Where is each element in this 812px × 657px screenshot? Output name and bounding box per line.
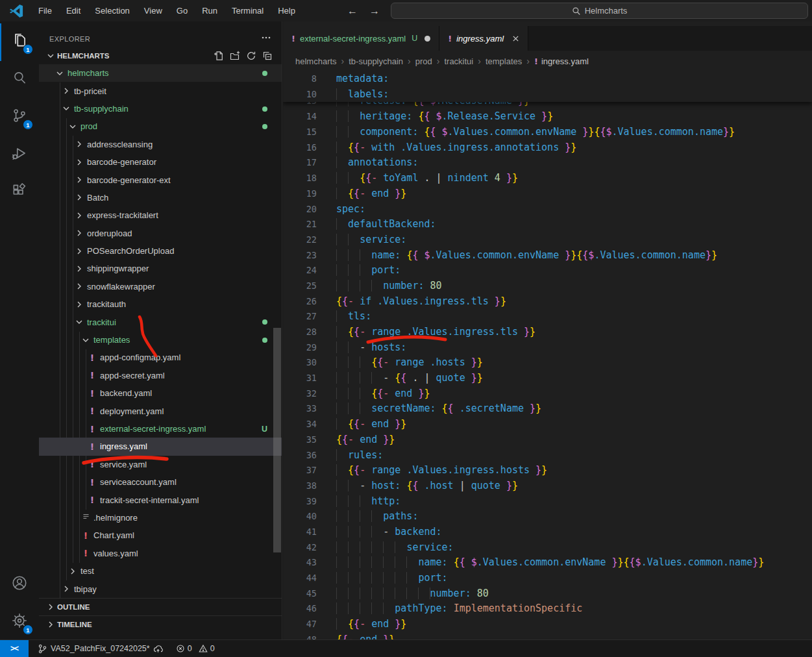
tree-item-addresscleansing[interactable]: addresscleansing: [39, 136, 282, 153]
code-line-21[interactable]: 21 defaultBackend:: [283, 217, 812, 232]
tree-item-Chart.yaml[interactable]: !Chart.yaml: [39, 527, 282, 544]
menu-help[interactable]: Help: [271, 0, 302, 21]
code-line-33[interactable]: 33 secretName: {{ .secretName }}: [283, 401, 812, 417]
tree-item-snowflakewrapper[interactable]: snowflakewrapper: [39, 278, 282, 295]
code-line-31[interactable]: 31 - {{ . | quote }}: [283, 371, 812, 386]
code-line-45[interactable]: 45 number: 80: [283, 586, 812, 602]
code-editor[interactable]: 8metadata:10 labels: 13 release: {{ $.Re…: [283, 71, 812, 639]
problems-status[interactable]: 0 0: [176, 644, 219, 653]
tree-item-helmcharts[interactable]: helmcharts: [39, 64, 282, 82]
tree-item-service.yaml[interactable]: !service.yaml: [39, 456, 282, 473]
code-line-34[interactable]: 34 {{- end }}: [283, 417, 812, 432]
code-line-40[interactable]: 40 paths:: [283, 509, 812, 525]
tab-ingress.yaml[interactable]: !ingress.yaml: [439, 26, 528, 51]
views-more-actions-icon[interactable]: [261, 32, 271, 45]
code-line-20[interactable]: 20spec:: [283, 202, 812, 217]
menu-view[interactable]: View: [137, 0, 169, 21]
menu-edit[interactable]: Edit: [59, 0, 88, 21]
code-line-24[interactable]: 24 port:: [283, 263, 812, 279]
tree-item-Batch[interactable]: Batch: [39, 189, 282, 206]
tree-item-appd-secret.yaml[interactable]: !appd-secret.yaml: [39, 367, 282, 384]
code-line-18[interactable]: 18 {{- toYaml . | nindent 4 }}: [283, 171, 812, 186]
code-line-13[interactable]: 13 release: {{ $.Release.Name }}: [283, 102, 812, 109]
code-line-47[interactable]: 47 {{- end }}: [283, 617, 812, 632]
activity-extensions[interactable]: [0, 172, 39, 210]
menu-selection[interactable]: Selection: [88, 0, 136, 21]
breadcrumb-item-prod[interactable]: prod: [415, 56, 432, 66]
code-line-25[interactable]: 25 number: 80: [283, 279, 812, 294]
code-line-23[interactable]: 23 name: {{ $.Values.common.envName }}{{…: [283, 248, 812, 264]
back-arrow-icon[interactable]: ←: [344, 0, 361, 21]
breadcrumb[interactable]: helmcharts›tb-supplychain›prod›trackitui…: [283, 51, 812, 71]
code-line-8[interactable]: 8metadata:: [283, 71, 812, 87]
tree-item-external-secret-ingress.yaml[interactable]: !external-secret-ingress.yamlU: [39, 420, 282, 438]
breadcrumb-item-trackitui[interactable]: trackitui: [444, 56, 473, 66]
git-branch-status[interactable]: VA52_PatchFix_07242025*: [38, 644, 163, 654]
code-line-35[interactable]: 35{{- end }}: [283, 432, 812, 448]
activity-run-debug[interactable]: [0, 134, 39, 172]
code-line-27[interactable]: 27 tls:: [283, 309, 812, 325]
code-line-17[interactable]: 17 annotations:: [283, 155, 812, 171]
code-line-16[interactable]: 16 {{- with .Values.ingress.annotations …: [283, 140, 812, 156]
code-line-41[interactable]: 41 - backend:: [283, 525, 812, 540]
activity-settings[interactable]: 1: [0, 602, 39, 639]
code-line-10[interactable]: 10 labels:: [283, 87, 812, 103]
code-line-32[interactable]: 32 {{- end }}: [283, 386, 812, 402]
tree-item-orderupload[interactable]: orderupload: [39, 225, 282, 242]
breadcrumb-item-templates[interactable]: templates: [486, 56, 522, 66]
dirty-dot-icon[interactable]: [424, 36, 430, 42]
forward-arrow-icon[interactable]: →: [366, 0, 383, 21]
tab-external-secret-ingress.yaml[interactable]: !external-secret-ingress.yamlU: [283, 26, 439, 51]
tree-item-serviceaccount.yaml[interactable]: !serviceaccount.yaml: [39, 473, 282, 491]
code-line-39[interactable]: 39 http:: [283, 494, 812, 510]
menu-go[interactable]: Go: [169, 0, 195, 21]
tree-item-barcode-generator-ext[interactable]: barcode-generator-ext: [39, 171, 282, 188]
tree-item-test[interactable]: test: [39, 562, 282, 580]
tree-item-tb-priceit[interactable]: tb-priceit: [39, 82, 282, 99]
code-line-22[interactable]: 22 service:: [283, 232, 812, 248]
tree-item-trackit-secret-internal.yaml[interactable]: !trackit-secret-internal.yaml: [39, 491, 282, 508]
outline-section[interactable]: OUTLINE: [39, 598, 282, 615]
tree-item-shippingwrapper[interactable]: shippingwrapper: [39, 260, 282, 277]
tree-item-tbipay[interactable]: tbipay: [39, 580, 282, 597]
tree-item-backend.yaml[interactable]: !backend.yaml: [39, 384, 282, 402]
menu-run[interactable]: Run: [195, 0, 225, 21]
remote-indicator[interactable]: ><: [0, 640, 29, 657]
activity-source-control[interactable]: 1: [0, 97, 39, 134]
section-header-helmcharts[interactable]: HELMCHARTS: [39, 47, 282, 64]
code-line-29[interactable]: 29 - hosts:: [283, 340, 812, 356]
code-line-44[interactable]: 44 port:: [283, 571, 812, 586]
command-center-search[interactable]: Helmcharts: [391, 3, 808, 19]
activity-accounts[interactable]: [0, 564, 39, 602]
new-folder-icon[interactable]: [230, 51, 240, 61]
tree-item-appd-configmap.yaml[interactable]: !appd-configmap.yaml: [39, 349, 282, 366]
code-line-48[interactable]: 48{{- end }}: [283, 632, 812, 639]
menu-file[interactable]: File: [31, 0, 59, 21]
collapse-folders-icon[interactable]: [262, 51, 273, 61]
tree-item-templates[interactable]: templates: [39, 331, 282, 349]
breadcrumb-item-tb-supplychain[interactable]: tb-supplychain: [349, 56, 403, 66]
code-line-37[interactable]: 37 {{- range .Values.ingress.hosts }}: [283, 463, 812, 478]
tree-item-deployment.yaml[interactable]: !deployment.yaml: [39, 402, 282, 419]
activity-search[interactable]: [0, 59, 39, 97]
new-file-icon[interactable]: [214, 51, 224, 61]
activity-explorer[interactable]: 1: [0, 21, 39, 59]
breadcrumb-item-helmcharts[interactable]: helmcharts: [295, 56, 337, 66]
tree-item-POSearchOrderUpload[interactable]: POSearchOrderUpload: [39, 242, 282, 260]
code-line-14[interactable]: 14 heritage: {{ $.Release.Service }}: [283, 109, 812, 125]
code-line-26[interactable]: 26{{- if .Values.ingress.tls }}: [283, 294, 812, 310]
tree-item-ingress.yaml[interactable]: !ingress.yaml: [39, 438, 282, 455]
code-line-15[interactable]: 15 component: {{ $.Values.common.envName…: [283, 125, 812, 140]
tree-item-.helmignore[interactable]: .helmignore: [39, 509, 282, 527]
timeline-section[interactable]: TIMELINE: [39, 615, 282, 633]
refresh-icon[interactable]: [246, 51, 256, 61]
tree-item-tb-supplychain[interactable]: tb-supplychain: [39, 100, 282, 118]
tree-item-trackitui[interactable]: trackitui: [39, 313, 282, 330]
code-line-19[interactable]: 19 {{- end }}: [283, 186, 812, 202]
code-line-43[interactable]: 43 name: {{ $.Values.common.envName }}{{…: [283, 555, 812, 571]
tree-item-trackitauth[interactable]: trackitauth: [39, 295, 282, 313]
tree-item-prod[interactable]: prod: [39, 118, 282, 135]
menu-terminal[interactable]: Terminal: [225, 0, 271, 21]
code-line-30[interactable]: 30 {{- range .hosts }}: [283, 355, 812, 371]
close-icon[interactable]: [512, 35, 519, 42]
